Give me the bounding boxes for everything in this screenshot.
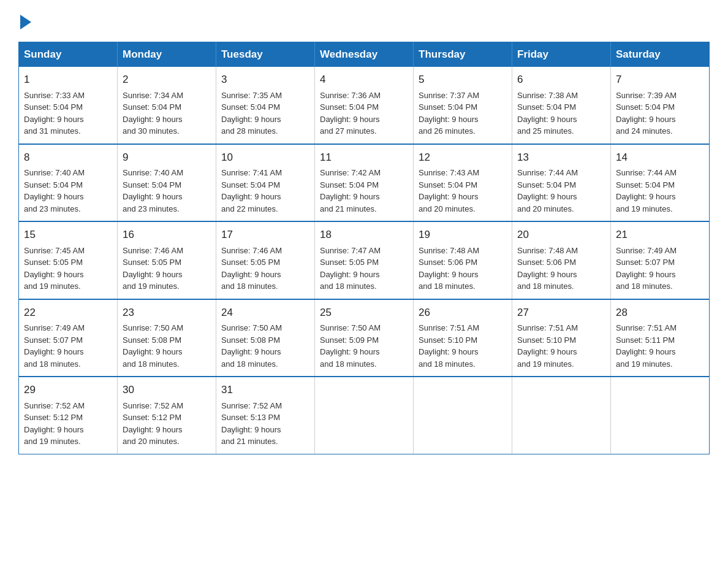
day-info: Sunrise: 7:40 AMSunset: 5:04 PMDaylight:… (123, 167, 211, 215)
calendar-week-row: 15 Sunrise: 7:45 AMSunset: 5:05 PMDaylig… (19, 221, 710, 299)
calendar-cell: 11 Sunrise: 7:42 AMSunset: 5:04 PMDaylig… (315, 144, 414, 222)
day-number: 2 (123, 72, 211, 88)
day-info: Sunrise: 7:38 AMSunset: 5:04 PMDaylight:… (517, 90, 605, 137)
day-info: Sunrise: 7:44 AMSunset: 5:04 PMDaylight:… (616, 167, 704, 215)
calendar-cell: 31 Sunrise: 7:52 AMSunset: 5:13 PMDaylig… (216, 377, 315, 454)
day-number: 6 (517, 72, 605, 88)
day-info: Sunrise: 7:50 AMSunset: 5:09 PMDaylight:… (320, 322, 408, 370)
calendar-cell: 1 Sunrise: 7:33 AMSunset: 5:04 PMDayligh… (19, 67, 118, 144)
day-number: 18 (320, 227, 408, 243)
calendar-cell (315, 377, 414, 454)
col-header-tuesday: Tuesday (216, 42, 315, 67)
day-info: Sunrise: 7:44 AMSunset: 5:04 PMDaylight:… (517, 167, 605, 215)
day-number: 29 (24, 382, 112, 398)
calendar-cell: 10 Sunrise: 7:41 AMSunset: 5:04 PMDaylig… (216, 144, 315, 222)
calendar-cell: 2 Sunrise: 7:34 AMSunset: 5:04 PMDayligh… (118, 67, 216, 144)
col-header-monday: Monday (118, 42, 216, 67)
day-info: Sunrise: 7:51 AMSunset: 5:11 PMDaylight:… (616, 322, 704, 370)
calendar-cell: 8 Sunrise: 7:40 AMSunset: 5:04 PMDayligh… (19, 144, 118, 222)
day-number: 22 (24, 305, 112, 321)
day-info: Sunrise: 7:50 AMSunset: 5:08 PMDaylight:… (123, 322, 211, 370)
calendar-cell: 19 Sunrise: 7:48 AMSunset: 5:06 PMDaylig… (414, 221, 512, 299)
day-info: Sunrise: 7:42 AMSunset: 5:04 PMDaylight:… (320, 167, 408, 215)
calendar-cell: 15 Sunrise: 7:45 AMSunset: 5:05 PMDaylig… (19, 221, 118, 299)
col-header-friday: Friday (512, 42, 611, 67)
day-info: Sunrise: 7:51 AMSunset: 5:10 PMDaylight:… (419, 322, 507, 370)
day-number: 19 (419, 227, 507, 243)
day-number: 15 (24, 227, 112, 243)
day-number: 11 (320, 150, 408, 166)
col-header-sunday: Sunday (19, 42, 118, 67)
day-info: Sunrise: 7:49 AMSunset: 5:07 PMDaylight:… (24, 322, 112, 370)
calendar-header-row: SundayMondayTuesdayWednesdayThursdayFrid… (19, 42, 710, 67)
day-number: 13 (517, 150, 605, 166)
day-info: Sunrise: 7:46 AMSunset: 5:05 PMDaylight:… (221, 245, 309, 293)
day-number: 20 (517, 227, 605, 243)
day-info: Sunrise: 7:34 AMSunset: 5:04 PMDaylight:… (123, 90, 211, 137)
calendar-cell: 14 Sunrise: 7:44 AMSunset: 5:04 PMDaylig… (611, 144, 710, 222)
day-number: 3 (221, 72, 309, 88)
calendar-cell: 3 Sunrise: 7:35 AMSunset: 5:04 PMDayligh… (216, 67, 315, 144)
calendar-cell: 26 Sunrise: 7:51 AMSunset: 5:10 PMDaylig… (414, 299, 512, 377)
calendar-cell: 25 Sunrise: 7:50 AMSunset: 5:09 PMDaylig… (315, 299, 414, 377)
day-info: Sunrise: 7:45 AMSunset: 5:05 PMDaylight:… (24, 245, 112, 293)
day-number: 21 (616, 227, 704, 243)
calendar-cell: 16 Sunrise: 7:46 AMSunset: 5:05 PMDaylig… (118, 221, 216, 299)
day-number: 10 (221, 150, 309, 166)
day-number: 27 (517, 305, 605, 321)
logo-triangle-icon (20, 15, 31, 29)
calendar-cell: 30 Sunrise: 7:52 AMSunset: 5:12 PMDaylig… (118, 377, 216, 454)
calendar-cell: 27 Sunrise: 7:51 AMSunset: 5:10 PMDaylig… (512, 299, 611, 377)
day-info: Sunrise: 7:37 AMSunset: 5:04 PMDaylight:… (419, 90, 507, 137)
day-info: Sunrise: 7:43 AMSunset: 5:04 PMDaylight:… (419, 167, 507, 215)
calendar-cell: 12 Sunrise: 7:43 AMSunset: 5:04 PMDaylig… (414, 144, 512, 222)
day-info: Sunrise: 7:51 AMSunset: 5:10 PMDaylight:… (517, 322, 605, 370)
day-number: 16 (123, 227, 211, 243)
calendar-cell: 9 Sunrise: 7:40 AMSunset: 5:04 PMDayligh… (118, 144, 216, 222)
calendar-week-row: 8 Sunrise: 7:40 AMSunset: 5:04 PMDayligh… (19, 144, 710, 222)
day-number: 28 (616, 305, 704, 321)
day-number: 24 (221, 305, 309, 321)
calendar-cell: 28 Sunrise: 7:51 AMSunset: 5:11 PMDaylig… (611, 299, 710, 377)
calendar-cell (611, 377, 710, 454)
calendar-cell: 7 Sunrise: 7:39 AMSunset: 5:04 PMDayligh… (611, 67, 710, 144)
calendar-cell (414, 377, 512, 454)
day-number: 23 (123, 305, 211, 321)
day-number: 25 (320, 305, 408, 321)
col-header-wednesday: Wednesday (315, 42, 414, 67)
day-info: Sunrise: 7:49 AMSunset: 5:07 PMDaylight:… (616, 245, 704, 293)
day-info: Sunrise: 7:52 AMSunset: 5:12 PMDaylight:… (24, 400, 112, 448)
calendar-cell: 6 Sunrise: 7:38 AMSunset: 5:04 PMDayligh… (512, 67, 611, 144)
day-number: 9 (123, 150, 211, 166)
calendar-cell: 24 Sunrise: 7:50 AMSunset: 5:08 PMDaylig… (216, 299, 315, 377)
day-number: 17 (221, 227, 309, 243)
logo (18, 12, 33, 29)
day-info: Sunrise: 7:52 AMSunset: 5:12 PMDaylight:… (123, 400, 211, 448)
day-number: 4 (320, 72, 408, 88)
day-info: Sunrise: 7:35 AMSunset: 5:04 PMDaylight:… (221, 90, 309, 137)
calendar-cell: 5 Sunrise: 7:37 AMSunset: 5:04 PMDayligh… (414, 67, 512, 144)
day-number: 5 (419, 72, 507, 88)
calendar-cell: 29 Sunrise: 7:52 AMSunset: 5:12 PMDaylig… (19, 377, 118, 454)
day-info: Sunrise: 7:41 AMSunset: 5:04 PMDaylight:… (221, 167, 309, 215)
day-info: Sunrise: 7:39 AMSunset: 5:04 PMDaylight:… (616, 90, 704, 137)
calendar-cell: 22 Sunrise: 7:49 AMSunset: 5:07 PMDaylig… (19, 299, 118, 377)
day-number: 31 (221, 382, 309, 398)
day-number: 8 (24, 150, 112, 166)
day-info: Sunrise: 7:40 AMSunset: 5:04 PMDaylight:… (24, 167, 112, 215)
day-info: Sunrise: 7:48 AMSunset: 5:06 PMDaylight:… (517, 245, 605, 293)
calendar-cell: 21 Sunrise: 7:49 AMSunset: 5:07 PMDaylig… (611, 221, 710, 299)
day-info: Sunrise: 7:50 AMSunset: 5:08 PMDaylight:… (221, 322, 309, 370)
day-number: 1 (24, 72, 112, 88)
day-info: Sunrise: 7:33 AMSunset: 5:04 PMDaylight:… (24, 90, 112, 137)
day-number: 7 (616, 72, 704, 88)
day-number: 30 (123, 382, 211, 398)
day-number: 26 (419, 305, 507, 321)
calendar-cell: 20 Sunrise: 7:48 AMSunset: 5:06 PMDaylig… (512, 221, 611, 299)
calendar-table: SundayMondayTuesdayWednesdayThursdayFrid… (18, 42, 710, 454)
day-number: 14 (616, 150, 704, 166)
page-header (18, 12, 710, 29)
calendar-cell (512, 377, 611, 454)
calendar-cell: 23 Sunrise: 7:50 AMSunset: 5:08 PMDaylig… (118, 299, 216, 377)
col-header-saturday: Saturday (611, 42, 710, 67)
